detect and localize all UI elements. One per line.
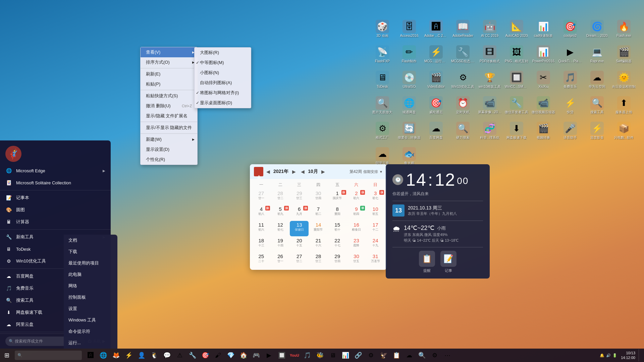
context-item-9[interactable]: 显示设置(D) — [141, 144, 197, 155]
prev-month-btn[interactable]: ◀ — [299, 168, 306, 175]
quick-item-0[interactable]: 📋 提醒 — [419, 251, 435, 273]
prev-year-btn[interactable]: ◀ — [265, 168, 271, 175]
start-button[interactable]: ⊞ — [0, 349, 13, 362]
cal-day-2[interactable]: 29廿三 — [290, 189, 309, 205]
context-item-2[interactable]: 刷新(E) — [141, 69, 197, 79]
cal-day-8[interactable]: 5休初九 — [271, 205, 290, 221]
start-submenu-item-2[interactable]: 最近使用的项目 — [64, 257, 117, 269]
cal-day-30[interactable]: 27廿二 — [290, 252, 309, 268]
desktop-icon-11[interactable]: ✏ Flash制作 — [397, 42, 421, 66]
desktop-icon-42[interactable]: ☁ 百度网盘 — [424, 119, 448, 143]
cal-day-16[interactable]: 13保健日 — [290, 221, 309, 236]
cal-day-32[interactable]: 29廿四 — [328, 252, 347, 268]
start-submenu-item-9[interactable]: 运行... — [64, 337, 117, 349]
submenu-item-1[interactable]: 中等图标(M) — [195, 58, 251, 68]
desktop-icon-14[interactable]: 🎞 PDF转换格式 — [478, 42, 502, 66]
desktop-icon-44[interactable]: 🧬 科管...理系统 — [478, 119, 502, 143]
submenu-item-0[interactable]: 大图标(R) — [195, 48, 251, 58]
desktop-icon-9[interactable]: 🔥 Flash.exe — [612, 17, 636, 41]
taskbar-app-2[interactable]: 🦊 — [110, 349, 122, 361]
desktop-icon-25[interactable]: 🔲 WinCC...SMART — [504, 68, 529, 92]
cal-day-18[interactable]: 15初十 — [328, 221, 347, 236]
start-menu-item-4[interactable]: 🖩 计算器 — [0, 216, 111, 228]
context-item-7[interactable]: 显示/不显示 隐藏的文件 — [141, 123, 197, 133]
taskbar-app-22[interactable]: ⚙ — [365, 349, 377, 361]
desktop-icon-6[interactable]: 📊 cad快速制表 — [531, 17, 555, 41]
desktop-icon-38[interactable]: 🔍 搜索工具 — [585, 93, 609, 117]
cal-day-11[interactable]: 8重阳 — [328, 205, 347, 221]
desktop-icon-41[interactable]: 🔄 搜爱全...转换器 — [397, 119, 421, 143]
taskbar-app-21[interactable]: 🔗 — [352, 349, 364, 361]
cal-day-31[interactable]: 28廿三 — [309, 252, 328, 268]
holiday-schedule-btn[interactable]: 假期安排 — [363, 169, 378, 174]
cal-day-25[interactable]: 22十七 — [328, 237, 347, 252]
desktop-icon-17[interactable]: ▶ QuickTi... Player — [558, 42, 582, 66]
taskbar-app-17[interactable]: 🎵 — [301, 349, 313, 361]
taskbar-app-5[interactable]: 🐧 — [148, 349, 160, 361]
cal-day-17[interactable]: 14重阳节 — [309, 221, 328, 236]
cal-day-0[interactable]: 27廿一 — [252, 189, 271, 205]
taskbar-app-20[interactable]: 📊 — [339, 349, 352, 361]
context-item-6[interactable]: 显示/隐藏 文件扩展名 — [141, 111, 197, 121]
taskbar-app-26[interactable]: 🔍 — [416, 349, 428, 361]
cal-day-28[interactable]: 25二十 — [252, 252, 271, 268]
taskbar-app-19[interactable]: 🖥 — [327, 349, 339, 361]
desktop-icon-24[interactable]: 🏆 win10精装工具 — [478, 68, 502, 92]
desktop-icon-26[interactable]: ✂ XiuXiu — [531, 68, 555, 92]
taskbar-app-11[interactable]: 💎 — [225, 349, 237, 361]
submenu-item-2[interactable]: 小图标(N) — [195, 68, 251, 78]
quick-item-1[interactable]: 📝 记事 — [440, 251, 457, 273]
desktop-icon-22[interactable]: 🎬 VideoEditor — [424, 68, 448, 92]
context-item-1[interactable]: 排序方式(O) — [141, 57, 197, 67]
desktop-icon-18[interactable]: 💻 Rapr.exe — [585, 42, 609, 66]
desktop-icon-1[interactable]: 🗄 Access2016 — [397, 17, 421, 41]
start-menu-item-2[interactable]: 📝 记事本 — [0, 192, 111, 204]
taskbar-search-box[interactable]: 🔍 — [15, 351, 82, 360]
desktop-icon-48[interactable]: ⚡ 迅雷影音 — [585, 119, 609, 143]
taskbar-app-24[interactable]: 📋 — [390, 349, 402, 361]
submenu-item-5[interactable]: 显示桌面图标(D) — [195, 98, 251, 108]
taskbar-app-1[interactable]: 🌐 — [97, 349, 109, 361]
cal-day-5[interactable]: 2休初六 — [347, 189, 366, 205]
desktop-icon-49[interactable]: 📦 闪电数...软件 — [612, 119, 636, 143]
desktop-icon-16[interactable]: 📊 PowerPnt2016 — [531, 42, 555, 66]
start-menu-item-1[interactable]: 🃏 Microsoft Solitaire Collection — [0, 177, 111, 189]
taskbar-app-25[interactable]: ☁ — [403, 349, 415, 361]
cal-day-23[interactable]: 20十五 — [290, 237, 309, 252]
calendar-year[interactable]: 2021年 — [273, 169, 288, 175]
desktop-icon-13[interactable]: 🔧 MCGSE组态...环境 — [451, 42, 475, 66]
desktop-icon-29[interactable]: 🌞 向日葵远程控制 — [612, 68, 636, 92]
desktop-icon-8[interactable]: 🌀 Dream... 2020 — [585, 17, 609, 41]
desktop-icon-37[interactable]: ⚡ 快贷 — [558, 93, 582, 117]
cal-day-29[interactable]: 26廿一 — [271, 252, 290, 268]
next-month-btn[interactable]: ▶ — [320, 168, 327, 175]
desktop-icon-19[interactable]: 🎬 Swf编辑器 — [612, 42, 636, 66]
taskbar-app-4[interactable]: 👤 — [136, 349, 148, 361]
desktop-icon-4[interactable]: 🤖 AI CC 2019 — [478, 17, 502, 41]
taskbar-app-14[interactable]: ▶ — [263, 349, 275, 361]
desktop-icon-3[interactable]: 📖 AdobeReader — [451, 17, 475, 41]
start-submenu-item-1[interactable]: 下载 — [64, 246, 117, 257]
desktop-icon-21[interactable]: 💿 UltraISO — [397, 68, 421, 92]
desktop-icon-43[interactable]: 🔍 硬力搜索 — [451, 119, 475, 143]
start-submenu-item-4[interactable]: 网络 — [64, 280, 117, 292]
desktop-icon-30[interactable]: 🔍 图片无损放大 — [370, 93, 394, 117]
taskbar-app-0[interactable]: 🅰 — [85, 349, 97, 361]
taskbar-app-3[interactable]: ⚡ — [123, 349, 135, 361]
tray-volume-icon[interactable]: 🔊 — [606, 353, 611, 358]
desktop-icon-27[interactable]: 🎵 免费音乐 — [558, 68, 582, 92]
context-item-10[interactable]: 个性化(R) — [141, 155, 197, 165]
cal-day-14[interactable]: 11初六 — [252, 221, 271, 236]
cal-day-19[interactable]: 16粮食日 — [347, 221, 366, 236]
cal-day-34[interactable]: 31万圣节 — [366, 252, 385, 268]
desktop-icon-39[interactable]: ⬆ 服务器上传 — [612, 93, 636, 117]
desktop-icon-15[interactable]: 🖼 PNG...格式互转 — [504, 42, 529, 66]
desktop-icon-36[interactable]: 📹 微信视频压缩器 — [531, 93, 555, 117]
desktop-icon-40[interactable]: ⚙ 格式工厂 — [370, 119, 394, 143]
context-item-5[interactable]: 撤消 删除(U)Ctrl+Z — [141, 101, 197, 111]
taskbar-app-15[interactable]: 🔲 — [276, 349, 288, 361]
submenu-item-4[interactable]: 将图标与网格对齐(I) — [195, 88, 251, 98]
start-submenu-item-8[interactable]: 命令提示符 — [64, 326, 117, 337]
cal-day-4[interactable]: 1休国庆节 — [328, 189, 347, 205]
desktop-icon-45[interactable]: ⬇ 网盘极速下载 — [504, 119, 529, 143]
